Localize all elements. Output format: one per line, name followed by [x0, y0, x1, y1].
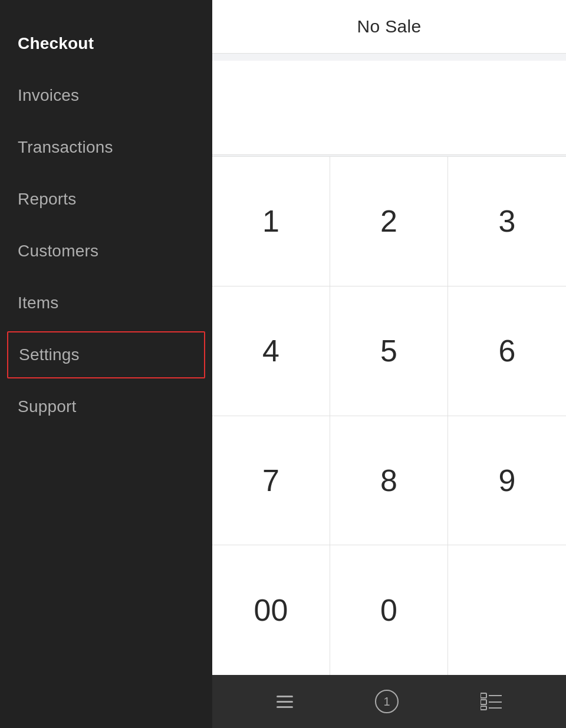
numpad-key-action[interactable] [448, 545, 566, 675]
sidebar-item-label: Checkout [18, 34, 94, 52]
bottom-toolbar: 1 [212, 675, 566, 728]
numpad-key-0[interactable]: 0 [330, 545, 448, 675]
sidebar-item-label: Invoices [18, 86, 79, 104]
sidebar-item-invoices[interactable]: Invoices [0, 70, 212, 121]
sidebar-item-label: Reports [18, 190, 76, 208]
list-button[interactable] [481, 693, 502, 710]
list-icon [481, 693, 502, 710]
numpad-key-1[interactable]: 1 [212, 157, 330, 286]
sidebar: Checkout Invoices Transactions Reports C… [0, 0, 212, 728]
numpad-display [212, 61, 566, 155]
sidebar-item-label: Settings [19, 345, 80, 364]
svg-rect-2 [481, 706, 486, 710]
sidebar-item-label: Customers [18, 242, 98, 260]
svg-rect-0 [481, 693, 486, 698]
sidebar-item-label: Items [18, 294, 58, 312]
sidebar-item-items[interactable]: Items [0, 277, 212, 329]
menu-button[interactable] [277, 696, 293, 708]
cart-button[interactable]: 1 [375, 690, 399, 713]
sidebar-item-label: Support [18, 397, 76, 416]
sidebar-item-label: Transactions [18, 138, 113, 156]
numpad-key-4[interactable]: 4 [212, 286, 330, 416]
numpad-key-3[interactable]: 3 [448, 157, 566, 286]
numpad-key-5[interactable]: 5 [330, 286, 448, 416]
numpad-key-8[interactable]: 8 [330, 416, 448, 546]
numpad-grid: 1 2 3 4 5 6 7 8 9 [212, 156, 566, 675]
cart-count-circle: 1 [375, 690, 399, 713]
numpad-key-6[interactable]: 6 [448, 286, 566, 416]
hamburger-icon [277, 696, 293, 708]
numpad-key-00[interactable]: 00 [212, 545, 330, 675]
sidebar-item-transactions[interactable]: Transactions [0, 121, 212, 173]
sidebar-item-support[interactable]: Support [0, 381, 212, 433]
page-title: No Sale [224, 17, 554, 37]
numpad-container: 1 2 3 4 5 6 7 8 9 [212, 54, 566, 675]
sidebar-item-customers[interactable]: Customers [0, 225, 212, 277]
page-header: No Sale [212, 0, 566, 54]
numpad-key-9[interactable]: 9 [448, 416, 566, 546]
sidebar-item-reports[interactable]: Reports [0, 173, 212, 225]
cart-count: 1 [383, 695, 390, 709]
sidebar-item-checkout[interactable]: Checkout [0, 18, 212, 70]
numpad-key-2[interactable]: 2 [330, 157, 448, 286]
numpad-key-7[interactable]: 7 [212, 416, 330, 546]
svg-rect-1 [481, 700, 486, 704]
sidebar-item-settings[interactable]: Settings [7, 331, 205, 378]
main-content: No Sale 1 2 3 4 5 6 [212, 0, 566, 728]
